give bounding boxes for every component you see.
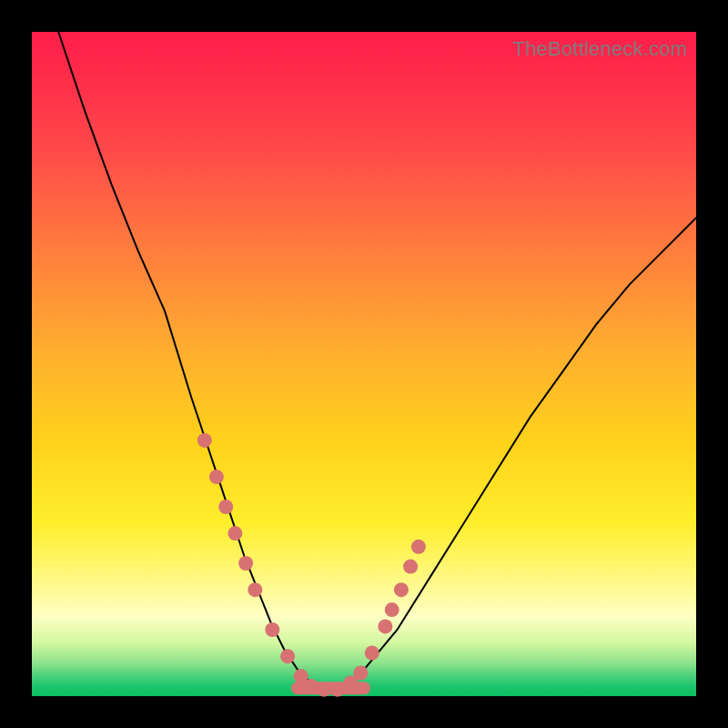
data-marker [228,526,242,541]
data-marker [304,679,318,693]
data-marker [265,622,279,637]
data-marker [218,500,233,514]
data-marker [209,470,224,484]
bottleneck-curve [58,32,696,690]
data-marker [197,433,212,448]
chart-frame: TheBottleneck.com [0,0,728,728]
data-marker [365,646,379,661]
data-marker [378,619,392,633]
data-marker [280,649,295,663]
data-marker [411,540,426,554]
data-marker [330,682,345,697]
data-marker [394,582,409,597]
data-marker [385,602,399,617]
data-marker [238,556,253,571]
plot-area: TheBottleneck.com [32,32,696,696]
data-marker [353,666,368,681]
data-marker [317,682,331,697]
curve-layer [32,32,696,696]
data-marker [248,582,262,597]
data-marker [403,560,418,574]
marker-group [197,433,426,697]
